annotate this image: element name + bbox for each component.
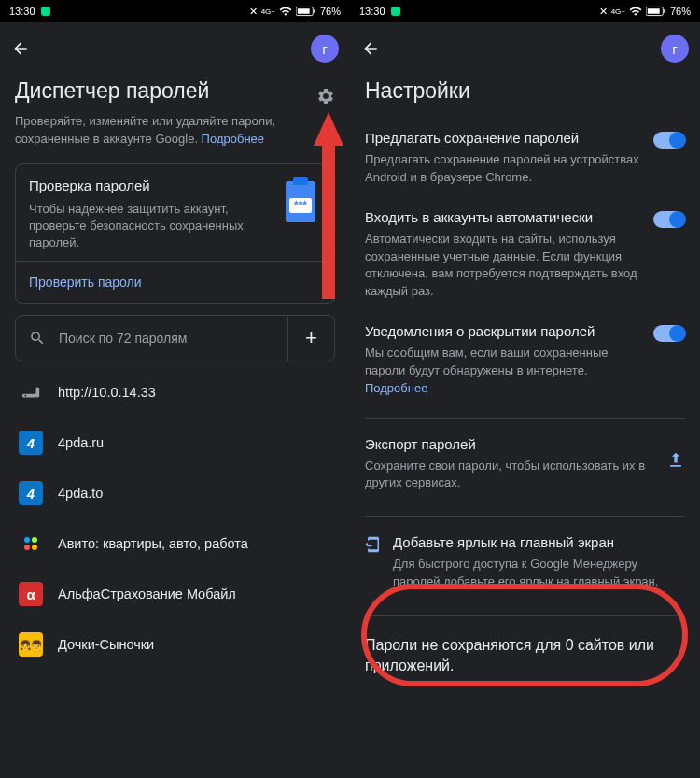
nosave-section: Пароли не сохраняются для 0 сайтов или п… <box>365 615 685 686</box>
list-item[interactable]: 4 4pda.ru <box>15 417 335 468</box>
back-arrow-icon[interactable] <box>361 39 380 58</box>
avatar[interactable]: г <box>311 35 339 63</box>
learn-more-link[interactable]: Подробнее <box>365 381 427 395</box>
toggle-switch[interactable] <box>653 325 685 342</box>
wifi-icon <box>279 5 292 18</box>
router-icon <box>19 380 43 404</box>
status-bar: 13:30 ✕ 4G+ 76% <box>0 0 350 22</box>
clipboard-password-icon: *** <box>280 177 321 226</box>
gear-icon[interactable] <box>316 87 335 106</box>
svg-point-8 <box>32 537 37 543</box>
check-body: Чтобы надежнее защитить аккаунт, проверь… <box>29 201 269 252</box>
network-icon: 4G+ <box>611 7 625 16</box>
svg-rect-12 <box>648 8 660 14</box>
setting-offer-save[interactable]: Предлагать сохранение паролей Предлагать… <box>365 120 685 200</box>
setting-add-shortcut[interactable]: Добавьте ярлык на главный экран Для быст… <box>365 516 685 604</box>
search-input[interactable]: Поиск по 72 паролям <box>16 316 287 361</box>
svg-rect-4 <box>293 177 308 185</box>
status-indicator-icon <box>391 7 400 16</box>
password-list: http://10.0.14.33 4 4pda.ru 4 4pda.to Ав… <box>15 367 335 670</box>
svg-point-10 <box>32 545 37 550</box>
setting-auto-signin[interactable]: Входить в аккаунты автоматически Автомат… <box>365 200 685 314</box>
avatar[interactable]: г <box>661 35 689 63</box>
svg-point-7 <box>24 537 30 543</box>
password-check-card: Проверка паролей Чтобы надежнее защитить… <box>15 163 335 304</box>
status-time: 13:30 <box>9 6 35 17</box>
wifi-icon <box>629 5 642 18</box>
setting-breach-alerts[interactable]: Уведомления о раскрытии паролей Мы сообщ… <box>365 314 685 411</box>
search-icon <box>29 330 46 347</box>
battery-icon <box>296 6 316 17</box>
list-item[interactable]: 4 4pda.to <box>15 468 335 518</box>
svg-text:***: *** <box>294 199 307 212</box>
page-subtitle: Проверяйте, изменяйте или удаляйте парол… <box>15 113 335 149</box>
status-time: 13:30 <box>359 6 385 17</box>
app-bar: г <box>350 22 700 75</box>
site-icon: 4 <box>19 431 43 455</box>
add-to-home-icon <box>365 536 382 553</box>
network-icon: 4G+ <box>261 7 275 16</box>
toggle-switch[interactable] <box>653 132 685 149</box>
status-battery: 76% <box>670 6 691 17</box>
back-arrow-icon[interactable] <box>11 39 30 58</box>
export-icon <box>666 451 685 470</box>
add-password-button[interactable]: + <box>287 316 334 361</box>
check-passwords-button[interactable]: Проверить пароли <box>16 261 334 303</box>
search-card: Поиск по 72 паролям + <box>15 315 335 361</box>
site-icon <box>19 531 43 556</box>
search-placeholder: Поиск по 72 паролям <box>59 331 187 346</box>
site-icon: α <box>19 582 43 606</box>
learn-more-link[interactable]: Подробнее <box>202 132 264 146</box>
site-icon: 4 <box>19 481 43 505</box>
svg-rect-2 <box>314 9 315 13</box>
check-title: Проверка паролей <box>29 177 269 193</box>
page-title: Настройки <box>365 78 685 104</box>
battery-icon <box>646 6 666 17</box>
list-item[interactable]: Авито: квартиры, авто, работа <box>15 518 335 569</box>
app-bar: г <box>0 22 350 75</box>
status-battery: 76% <box>320 6 341 17</box>
list-item[interactable]: http://10.0.14.33 <box>15 367 335 417</box>
status-bar: 13:30 ✕ 4G+ 76% <box>350 0 700 22</box>
site-icon: 👧👦 <box>19 632 43 657</box>
page-title: Диспетчер паролей <box>15 78 209 104</box>
setting-export[interactable]: Экспорт паролей Сохраните свои пароли, ч… <box>365 418 685 508</box>
toggle-switch[interactable] <box>653 211 685 228</box>
list-item[interactable]: 👧👦 Дочки-Сыночки <box>15 619 335 670</box>
svg-point-9 <box>24 545 30 550</box>
svg-rect-1 <box>298 8 310 14</box>
list-item[interactable]: α АльфаСтрахование Мобайл <box>15 569 335 619</box>
vibrate-icon: ✕ <box>249 6 258 18</box>
svg-rect-13 <box>664 9 665 13</box>
status-indicator-icon <box>41 7 50 16</box>
vibrate-icon: ✕ <box>599 6 608 18</box>
